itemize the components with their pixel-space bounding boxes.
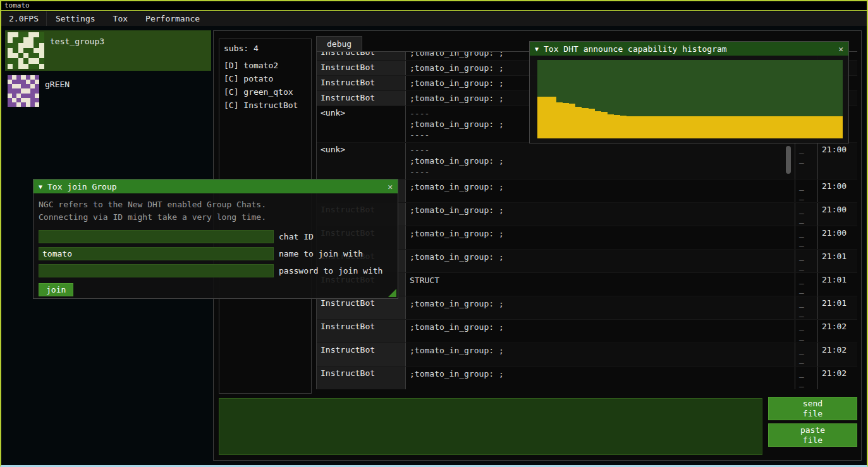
subs-item[interactable]: [C] potato [219, 72, 311, 85]
message-row[interactable]: InstructBot;tomato_in_group: ;_ _21:01 [317, 296, 857, 320]
avatar-pixel [26, 94, 30, 98]
avatar-pixel [23, 37, 28, 42]
histogram-bar [677, 116, 683, 138]
avatar-pixel [23, 43, 28, 48]
avatar-pixel [12, 94, 16, 98]
histogram-titlebar[interactable]: ▼ Tox DHT announce capability histogram … [530, 42, 848, 56]
message-line: ;tomato_in_group: ; [410, 298, 791, 309]
avatar-pixel [8, 58, 13, 63]
histogram-bar [735, 116, 741, 138]
sender-name: InstructBot [317, 367, 406, 389]
group-item-gREEN[interactable]: gREEN [5, 73, 211, 109]
avatar-pixel [23, 64, 28, 69]
collapse-icon[interactable]: ▼ [39, 183, 42, 190]
message-flags: _ _ [795, 273, 818, 296]
menu-item-tox[interactable]: Tox [104, 11, 137, 26]
avatar-pixel [8, 37, 13, 42]
chat-scrollbar-thumb[interactable] [786, 146, 791, 174]
message-row[interactable]: InstructBot;tomato_in_group: ;_ _21:02 [317, 367, 857, 389]
avatar-pixel [28, 58, 34, 63]
message-text: ;tomato_in_group: ; [406, 367, 795, 389]
join-field-row: password to join with [39, 264, 393, 277]
message-time: 21:00 [818, 203, 857, 226]
histogram-bar [805, 116, 811, 138]
join-field-label: name to join with [279, 249, 363, 258]
avatar-pixel [28, 43, 34, 48]
join-field-label: chat ID [279, 232, 314, 241]
menu-item-settings[interactable]: Settings [47, 11, 104, 26]
message-row[interactable]: <unk>----;tomato_in_group: ;----_ _21:00 [317, 143, 857, 179]
avatar-pixel [35, 84, 39, 88]
avatar-pixel [35, 88, 39, 93]
avatar-pixel [8, 64, 13, 69]
avatar-pixel [28, 37, 34, 42]
histogram-bar [760, 116, 766, 138]
histogram-bar [633, 116, 639, 138]
avatar-pixel [39, 48, 44, 53]
collapse-icon[interactable]: ▼ [535, 45, 539, 52]
histogram-bar [639, 116, 645, 138]
tab-debug[interactable]: debug [316, 36, 362, 51]
avatar-pixel [18, 64, 23, 69]
message-time: 21:01 [818, 250, 857, 272]
message-line: ;tomato_in_group: ; [410, 345, 791, 356]
sender-name: InstructBot [317, 51, 406, 60]
message-row[interactable]: InstructBot;tomato_in_group: ;_ _21:02 [317, 343, 857, 367]
message-input[interactable] [219, 398, 762, 455]
avatar-pixel [39, 53, 44, 58]
avatar-pixel [30, 98, 35, 102]
histogram-bar [716, 116, 722, 138]
avatar-pixel [12, 102, 16, 107]
join-field-input-0[interactable] [39, 230, 274, 243]
histogram-bar [836, 116, 843, 138]
avatar-pixel [30, 94, 35, 98]
message-time: 21:02 [818, 367, 857, 389]
histogram-bar [556, 102, 563, 138]
histogram-bar [722, 116, 728, 138]
subs-item[interactable]: [D] tomato2 [219, 59, 311, 72]
send-file-button[interactable]: send file [768, 397, 857, 420]
group-avatar [8, 32, 44, 69]
avatar-pixel [18, 37, 23, 42]
message-text: ;tomato_in_group: ; [406, 179, 795, 202]
message-line: ;tomato_in_group: ; [410, 228, 791, 239]
histogram-bar [683, 116, 690, 138]
join-field-input-1[interactable]: tomato [39, 247, 274, 260]
menu-bar: 2.0FPS SettingsToxPerformance [1, 11, 867, 26]
subs-item[interactable]: [C] InstructBot [219, 99, 311, 112]
join-button[interactable]: join [39, 283, 73, 296]
message-flags: _ _ [795, 343, 818, 366]
message-line: ;tomato_in_group: ; [410, 181, 791, 192]
message-flags: _ _ [795, 367, 818, 389]
sender-name: InstructBot [317, 91, 406, 106]
message-row[interactable]: InstructBot;tomato_in_group: ;_ _21:02 [317, 320, 857, 343]
join-titlebar[interactable]: ▼ Tox join Group ✕ [34, 179, 398, 193]
subs-item[interactable]: [C] green_qtox [219, 85, 311, 99]
window-titlebar[interactable]: tomato [1, 1, 867, 11]
join-field-input-2[interactable] [39, 264, 274, 277]
resize-grip[interactable] [388, 289, 396, 297]
avatar-pixel [8, 48, 13, 53]
histogram-bar [741, 116, 747, 138]
avatar-pixel [21, 88, 25, 93]
histogram-bar [664, 116, 671, 138]
message-line: ;tomato_in_group: ; [410, 322, 791, 332]
sender-name: InstructBot [317, 76, 406, 90]
subs-title: subs: 4 [219, 39, 311, 59]
join-description-line1: NGC refers to the New DHT enabled Group … [39, 198, 393, 211]
histogram-bar [582, 108, 588, 138]
group-item-test_group3[interactable]: test_group3 [5, 30, 211, 71]
avatar-pixel [39, 43, 44, 48]
avatar-pixel [26, 88, 30, 93]
message-time: 21:00 [818, 226, 857, 249]
avatar-pixel [13, 32, 18, 37]
join-close-icon[interactable]: ✕ [388, 182, 393, 191]
avatar-pixel [35, 80, 39, 84]
histogram-bar [792, 116, 798, 138]
paste-file-button[interactable]: paste file [768, 423, 857, 447]
menu-item-performance[interactable]: Performance [137, 11, 209, 26]
avatar-pixel [8, 80, 12, 84]
join-fields: chat IDtomatoname to join withpassword t… [39, 230, 393, 277]
histogram-close-icon[interactable]: ✕ [838, 44, 843, 54]
message-flags: _ _ [795, 296, 818, 319]
